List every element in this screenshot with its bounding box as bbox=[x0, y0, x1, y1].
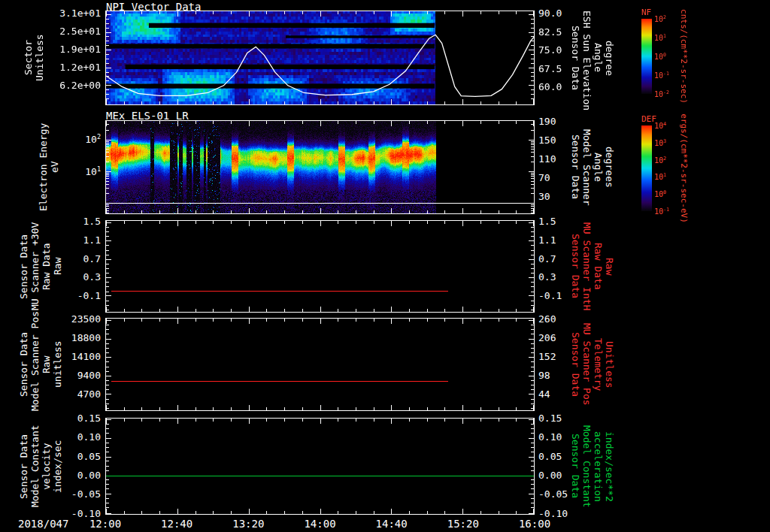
tick-mark bbox=[356, 121, 356, 124]
tick-mark bbox=[106, 301, 109, 301]
tick-mark bbox=[124, 419, 125, 422]
tick-mark bbox=[531, 310, 534, 310]
tick-mark bbox=[106, 144, 109, 145]
npi-spectrogram-canvas bbox=[106, 11, 534, 104]
tick-mark bbox=[480, 309, 481, 312]
tick-mark bbox=[480, 221, 481, 224]
tick-mark bbox=[106, 447, 109, 448]
tick-mark bbox=[531, 227, 534, 228]
tick-mark bbox=[531, 329, 534, 330]
tick-mark bbox=[284, 210, 285, 213]
tick-mark bbox=[531, 41, 534, 41]
tick-mark bbox=[531, 461, 534, 461]
tick-mark bbox=[531, 470, 534, 471]
tick-mark bbox=[462, 208, 463, 213]
tick-mark bbox=[529, 277, 534, 278]
tick-mark bbox=[106, 438, 111, 439]
tick-mark bbox=[427, 407, 428, 410]
tick-mark bbox=[106, 264, 109, 264]
tick-mark bbox=[106, 54, 109, 55]
tick-mark bbox=[106, 19, 109, 20]
tick-mark bbox=[480, 511, 481, 514]
tick-mark bbox=[374, 11, 374, 14]
tick-mark bbox=[338, 407, 338, 410]
tick-mark bbox=[106, 227, 109, 228]
tick-mark bbox=[106, 461, 109, 461]
tick-mark bbox=[106, 50, 111, 50]
tick-mark bbox=[106, 98, 109, 99]
tick-mark bbox=[106, 371, 109, 372]
tick-mark bbox=[106, 76, 109, 77]
tick-mark bbox=[159, 319, 160, 322]
tick-mark bbox=[531, 498, 534, 499]
tick-mark bbox=[391, 419, 392, 424]
tick-mark bbox=[531, 334, 534, 334]
tick-mark bbox=[462, 11, 463, 17]
tick-mark bbox=[106, 240, 111, 241]
tick-mark bbox=[213, 221, 214, 224]
tick-mark bbox=[531, 19, 534, 20]
tick-mark bbox=[106, 28, 109, 29]
tick-mark bbox=[391, 319, 392, 324]
tick-mark bbox=[213, 210, 214, 213]
tick-mark bbox=[338, 319, 338, 322]
tick-mark bbox=[106, 231, 109, 232]
tick-mark bbox=[106, 273, 109, 274]
tick-mark bbox=[338, 11, 338, 14]
tick-mark bbox=[177, 319, 178, 324]
tick-mark bbox=[531, 282, 534, 283]
tick-mark bbox=[266, 121, 267, 124]
tick-mark bbox=[106, 282, 109, 283]
colorbar-nf bbox=[641, 19, 652, 94]
axis-title-right: Sensor Data MU Scanner Pos Telemetry Uni… bbox=[570, 318, 615, 411]
overlay-line bbox=[106, 203, 534, 204]
tick-mark bbox=[302, 210, 303, 213]
tick-mark bbox=[284, 309, 285, 312]
tick-mark bbox=[106, 59, 109, 59]
tick-mark bbox=[480, 121, 481, 124]
tick-mark bbox=[516, 419, 517, 422]
tick-mark bbox=[196, 309, 196, 312]
tick-mark bbox=[106, 85, 111, 86]
plot-window: NPI Vector Data MEx ELS-01 LR 2018/047 3… bbox=[0, 0, 770, 532]
tick-mark bbox=[516, 407, 517, 410]
tick-mark bbox=[338, 309, 338, 312]
tick-mark bbox=[531, 141, 534, 142]
tick-mark bbox=[499, 121, 499, 124]
tick-mark bbox=[531, 98, 534, 99]
tick-mark bbox=[444, 221, 445, 224]
tick-mark bbox=[529, 339, 534, 340]
tick-mark bbox=[106, 68, 111, 68]
tick-mark bbox=[249, 208, 250, 213]
tick-mark bbox=[159, 101, 160, 104]
y-tick-label: 3.1e+01 bbox=[53, 8, 101, 20]
tick-mark bbox=[106, 149, 109, 150]
tick-mark bbox=[213, 101, 214, 104]
tick-mark bbox=[106, 222, 111, 223]
tick-mark bbox=[106, 466, 109, 467]
tick-mark bbox=[356, 221, 356, 224]
tick-mark bbox=[284, 221, 285, 224]
tick-mark bbox=[284, 101, 285, 104]
tick-mark bbox=[213, 511, 214, 514]
tick-mark bbox=[462, 99, 463, 104]
tick-mark bbox=[124, 121, 125, 124]
tick-mark bbox=[213, 121, 214, 124]
tick-mark bbox=[374, 221, 374, 224]
constant-line bbox=[106, 476, 534, 476]
tick-mark bbox=[480, 210, 481, 213]
tick-mark bbox=[106, 352, 109, 353]
tick-mark bbox=[531, 433, 534, 434]
tick-mark bbox=[106, 178, 109, 179]
tick-mark bbox=[106, 367, 109, 367]
tick-mark bbox=[531, 149, 534, 150]
tick-mark bbox=[529, 394, 534, 394]
tick-mark bbox=[531, 488, 534, 489]
tick-mark bbox=[480, 11, 481, 14]
tick-mark bbox=[196, 101, 196, 104]
colorbar-tick-label: 102 bbox=[654, 14, 680, 23]
colorbar-tick-label: 10-1 bbox=[654, 71, 680, 80]
tick-mark bbox=[531, 80, 534, 81]
tick-mark bbox=[302, 101, 303, 104]
tick-mark bbox=[284, 11, 285, 14]
